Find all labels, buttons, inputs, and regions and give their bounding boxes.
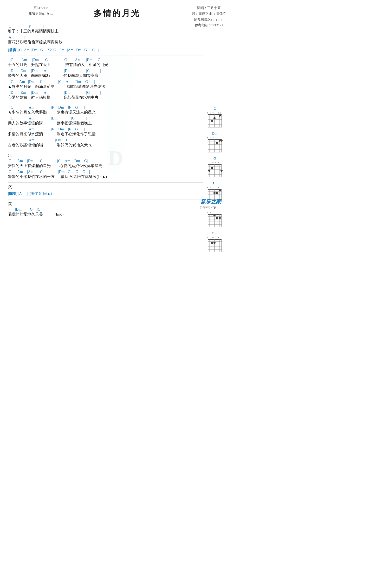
s1-lyric2: 彎彎的小船我們在水的一方 讓我 永遠陪在你身旁(回▲)	[8, 174, 203, 179]
section1-label: (1)	[8, 153, 203, 157]
v1-chord2: |Dm Em |Dm Am |Dm |G |	[8, 69, 203, 73]
svg-text:o: o	[220, 111, 222, 114]
strum-label: 參考刷法:X↑↓_↓↑↓↑↑	[192, 17, 226, 22]
svg-rect-41	[208, 164, 222, 165]
svg-point-37	[216, 142, 218, 144]
section-3: (3) |Dm G |C | 唱我們的愛地久天長 (End)	[8, 202, 203, 217]
svg-text:o: o	[218, 161, 219, 164]
chord-diagrams: C x x o o o	[206, 106, 224, 253]
s1-chord2: |C Am |Am C |Dm G |G C |	[8, 170, 203, 174]
intro-lyric-1: 引子：十五的月亮悄悄躍枝上	[8, 29, 203, 34]
svg-point-54	[211, 167, 213, 169]
fingering-label: 參考指法:T1213121	[192, 22, 226, 28]
svg-text:o: o	[210, 186, 211, 189]
intro-chord-row-1: |C |F |	[8, 24, 203, 29]
svg-text:x: x	[210, 136, 211, 139]
ch-lyric2: 動人的故事慢慢的講 讓幸福灑滿整個晚上	[8, 121, 203, 126]
s3-lyric1: 唱我們的愛地久天長 (End)	[8, 212, 203, 217]
svg-text:o: o	[218, 111, 219, 114]
v1-lyric1: 十五的月亮 升起在天上 照有情的人 相望的目光	[8, 62, 203, 67]
svg-point-55	[220, 170, 223, 172]
svg-text:o: o	[212, 161, 214, 164]
svg-text:o: o	[218, 236, 219, 239]
svg-point-72	[216, 192, 218, 194]
svg-point-35	[220, 139, 223, 142]
svg-text:x: x	[207, 136, 209, 139]
svg-point-73	[213, 192, 216, 194]
svg-point-107	[213, 242, 216, 244]
chord-Em-name: Em	[212, 231, 217, 235]
v1-lyric2: 飛去的大雁 向南排成行 代我向親人問聲安康	[8, 73, 203, 78]
svg-text:x: x	[210, 211, 211, 214]
svg-point-89	[216, 217, 218, 219]
v1-chord4: |Dm Em |Dm Am |Dm |G |	[8, 91, 203, 95]
svg-text:o: o	[215, 236, 216, 239]
svg-text:x: x	[207, 211, 209, 214]
section3-label: (3)	[8, 202, 203, 206]
chord-diagram-Em: Em o o o o	[206, 231, 224, 253]
prelude-label: [前奏]	[8, 48, 18, 52]
svg-point-71	[219, 189, 221, 191]
chord-diagram-F: F x x	[206, 206, 224, 229]
interlude-chords: |Ab |（升半音 回▲）	[18, 192, 54, 196]
interlude-label: [間奏]	[8, 192, 18, 196]
chord-diagram-G: G o o o	[206, 156, 224, 179]
ch-chord4: |C |Am |Dm G |C |	[8, 138, 203, 142]
ch-chord2: |C |Am |Dm |G |	[8, 116, 203, 121]
chord-C-name: C	[213, 106, 216, 111]
suggestion-label: 建議男調:G 女:C	[29, 11, 53, 17]
chord-F-grid: x x	[207, 211, 223, 229]
logo: 音乐之家 yinyuezj.com	[200, 198, 221, 209]
chord-Dm-grid: x x o	[207, 136, 223, 154]
chord-Am-name: Am	[212, 181, 217, 185]
svg-rect-95	[208, 239, 222, 240]
intro-section: |C |F | 引子：十五的月亮悄悄躍枝上 |Am |F | 百花兒歌唱偷偷齊綻…	[8, 24, 203, 45]
svg-text:x: x	[207, 186, 209, 189]
v1-lyric4: 心愛的姑娘 醉人俏模樣 宛若荷花在水的中央	[8, 95, 203, 100]
svg-point-53	[208, 170, 210, 172]
performer-label: 演唱：正月十五	[192, 5, 226, 11]
verse1-section: |C Am |Dm G |C Am |Dm G | 十五的月亮 升起在天上 照有…	[8, 58, 203, 100]
svg-point-19	[211, 120, 213, 122]
s1-chord1: |C Am |Dm G |C Am |Dm G|	[8, 159, 203, 163]
section-2: (2) [間奏] |Ab |（升半音 回▲）	[8, 185, 203, 196]
svg-text:o: o	[212, 136, 214, 139]
ch-lyric3: 多情的月光似水流淌 淌進了心海化作了思量	[8, 132, 203, 137]
v1-lyric3: ▲皎潔的月光 鋪滿這荷塘 風吹起漣漪隨時光蕩漾	[8, 84, 203, 89]
svg-text:o: o	[212, 236, 214, 239]
chorus-section: |C |Am |F Dm |F G | ★多情的月光入我夢鄉 夢裏有漫天迷人的星…	[8, 105, 203, 148]
logo-sub: yinyuezj.com	[200, 205, 221, 209]
ch-lyric1: ★多情的月光入我夢鄉 夢裏有漫天迷人的星光	[8, 110, 203, 115]
chord-Em-grid: o o o o	[207, 236, 223, 253]
svg-point-88	[213, 214, 216, 216]
chord-diagram-Dm: Dm x x o	[206, 131, 224, 154]
svg-point-90	[219, 217, 221, 219]
chord-Dm-name: Dm	[212, 131, 217, 136]
section-1: (1) |C Am |Dm G |C Am |Dm G| 安靜的天上有燦爛的星光…	[8, 153, 203, 179]
s3-chord1: |Dm G |C |	[8, 208, 203, 212]
intro-chord-row-2: |Am |F |	[8, 35, 203, 39]
v1-chord3: |C Am |Dm G |C Am |Dm G |	[8, 80, 203, 84]
svg-point-36	[219, 139, 221, 142]
v1-chord1: |C Am |Dm G |C Am |Dm G |	[8, 58, 203, 62]
chord-diagram-C: C x x o o o	[206, 106, 224, 129]
key-label: 原KEY:Db	[29, 5, 53, 11]
ch-chord1: |C |Am |F Dm |F G |	[8, 105, 203, 110]
prelude-section: [前奏] |C Am |Dm G | X2 |C Em |Am Dm G |C …	[8, 48, 203, 52]
logo-main: 音乐之家	[200, 198, 221, 205]
meta-left: 原KEY:Db 建議男調:G 女:C	[29, 5, 53, 17]
svg-text:o: o	[207, 236, 209, 239]
s1-lyric1: 安靜的天上有燦爛的星光 心愛的姑娘今夜你最漂亮	[8, 163, 203, 168]
watermark-text: D	[108, 146, 126, 170]
svg-text:o: o	[212, 111, 214, 114]
chord-C-grid: x x o o o	[207, 111, 223, 129]
prelude-chords: |C Am |Dm G | X2 |C Em |Am Dm G |C |	[18, 48, 99, 52]
chord-G-grid: o o o	[207, 161, 223, 179]
intro-lyric-2: 百花兒歌唱偷偷齊綻放啊齊綻放	[8, 40, 203, 45]
section2-label: (2)	[8, 185, 203, 189]
ch-chord3: |C |Am |F Dm |F G |	[8, 127, 203, 131]
svg-text:o: o	[218, 186, 219, 189]
svg-text:x: x	[210, 111, 211, 114]
svg-point-18	[213, 117, 216, 119]
svg-point-17	[219, 115, 221, 117]
